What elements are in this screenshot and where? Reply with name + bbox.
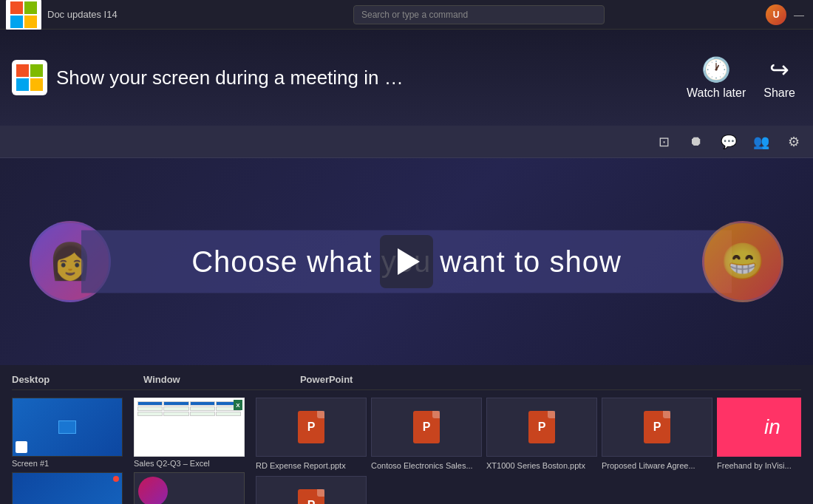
ppt-contoso-card[interactable]: P Contoso Electronics Sales... bbox=[371, 398, 482, 470]
user-avatar[interactable]: U bbox=[766, 4, 786, 25]
ppt-contoso-icon: P bbox=[413, 411, 440, 443]
category-window[interactable]: Window bbox=[143, 374, 183, 388]
ppt-contoso-label: Contoso Electronics Sales... bbox=[371, 461, 482, 470]
watch-later-label: Watch later bbox=[687, 86, 746, 100]
categories-row: Desktop Window PowerPoint bbox=[12, 374, 801, 390]
screen1-label: Screen #1 bbox=[12, 459, 123, 468]
invision-thumbnail: in bbox=[717, 398, 801, 457]
ppt-rd-expense-card[interactable]: P RD Expense Report.pptx bbox=[256, 398, 367, 470]
ms-logo-large bbox=[12, 60, 47, 95]
powerpoint-column: P RD Expense Report.pptx P Contoso Elect… bbox=[256, 398, 801, 504]
csat-meeting-card[interactable]: T P CSAT Doc updates (Meeti... bbox=[134, 472, 248, 504]
excel-card[interactable]: X Sales Q2-Q3 – Excel bbox=[134, 398, 248, 468]
top-bar-title: Doc updates I14 bbox=[47, 9, 118, 20]
category-powerpoint[interactable]: PowerPoint bbox=[300, 374, 356, 388]
clock-icon: 🕐 bbox=[701, 55, 731, 84]
meeting-thumbnail: T P bbox=[134, 472, 245, 504]
ppt-litware-icon: P bbox=[644, 411, 670, 443]
category-desktop[interactable]: Desktop bbox=[12, 374, 52, 388]
face-right-icon: 😁 bbox=[721, 241, 765, 282]
ppt-row2: P November-December Ad... bbox=[256, 476, 801, 504]
desktop-screen2-card[interactable]: ↗ Screen #2 bbox=[12, 472, 126, 504]
ppt-novdec-card[interactable]: P November-December Ad... bbox=[256, 476, 367, 504]
chat-icon[interactable]: 💬 bbox=[718, 132, 739, 152]
excel-thumbnail: X bbox=[134, 398, 245, 457]
share-label: Share bbox=[763, 86, 795, 100]
participants-icon[interactable]: 👥 bbox=[751, 132, 772, 152]
play-button[interactable] bbox=[380, 235, 433, 288]
ppt-litware-card[interactable]: P Proposed Litware Agree... bbox=[602, 398, 712, 470]
red-dot-icon bbox=[113, 476, 119, 482]
ppt-litware-label: Proposed Litware Agree... bbox=[602, 461, 712, 470]
invision-label: Freehand by InVisi... bbox=[717, 461, 801, 470]
ppt-xt1000-label: XT1000 Series Boston.pptx bbox=[486, 461, 597, 470]
ppt-invision-card[interactable]: in Freehand by InVisi... bbox=[717, 398, 801, 470]
desktop-screen1-card[interactable]: ↗ Screen #1 bbox=[12, 398, 126, 468]
more-icon[interactable]: ⚙ bbox=[783, 132, 804, 152]
top-bar-left: Doc updates I14 bbox=[0, 0, 192, 33]
ppt-rd-icon: P bbox=[298, 411, 324, 443]
record-icon[interactable]: ⏺ bbox=[686, 132, 707, 152]
share-button[interactable]: ↪ Share bbox=[763, 55, 795, 100]
ppt-xt1000-card[interactable]: P XT1000 Series Boston.pptx bbox=[486, 398, 597, 470]
ppt-grid: P RD Expense Report.pptx P Contoso Elect… bbox=[256, 398, 801, 470]
excel-label: Sales Q2-Q3 – Excel bbox=[134, 459, 245, 468]
window-column: X Sales Q2-Q3 – Excel T P CSAT Doc updat… bbox=[134, 398, 248, 504]
main-grid: ↗ Screen #1 ↗ Screen #2 bbox=[12, 398, 801, 504]
search-area[interactable]: Search or type a command bbox=[192, 5, 766, 24]
watch-later-button[interactable]: 🕐 Watch later bbox=[687, 55, 746, 100]
search-placeholder: Search or type a command bbox=[361, 10, 468, 20]
video-actions: 🕐 Watch later ↪ Share bbox=[687, 55, 795, 100]
minimize-button[interactable]: — bbox=[791, 9, 807, 21]
top-bar: Doc updates I14 Search or type a command… bbox=[0, 0, 813, 30]
video-header: Show your screen during a meeting in … 🕐… bbox=[0, 55, 813, 100]
video-title: Show your screen during a meeting in … bbox=[56, 67, 678, 89]
screen-share-icon[interactable]: ⊡ bbox=[653, 132, 674, 152]
ppt-rd-expense-thumb: P bbox=[256, 398, 367, 457]
ppt-xt1000-icon: P bbox=[528, 411, 555, 443]
thumbnail-bg: 👩 Choose what you want to show 😁 bbox=[0, 158, 813, 365]
ppt-litware-thumb: P bbox=[602, 398, 712, 457]
teams-toolbar: ⊡ ⏺ 💬 👥 ⚙ bbox=[0, 126, 813, 158]
video-area: Show your screen during a meeting in … 🕐… bbox=[0, 30, 813, 126]
screen1-icon: ↗ bbox=[16, 441, 27, 453]
video-thumbnail: 👩 Choose what you want to show 😁 bbox=[0, 158, 813, 365]
top-bar-right: U — bbox=[766, 4, 813, 25]
screen2-thumbnail: ↗ bbox=[12, 472, 123, 504]
ppt-novdec-thumb: P bbox=[256, 476, 367, 504]
windows-logo bbox=[6, 0, 41, 33]
search-box[interactable]: Search or type a command bbox=[353, 5, 605, 24]
play-triangle-icon bbox=[398, 248, 420, 275]
screen1-thumbnail: ↗ bbox=[12, 398, 123, 457]
share-icon: ↪ bbox=[769, 55, 789, 84]
ppt-xt1000-thumb: P bbox=[486, 398, 597, 457]
ppt-novdec-icon: P bbox=[298, 489, 324, 504]
ppt-contoso-thumb: P bbox=[371, 398, 482, 457]
ppt-rd-label: RD Expense Report.pptx bbox=[256, 461, 367, 470]
content-area: Desktop Window PowerPoint bbox=[0, 365, 813, 504]
excel-icon: X bbox=[234, 400, 242, 410]
person-right: 😁 bbox=[702, 221, 783, 302]
desktop-column: ↗ Screen #1 ↗ Screen #2 bbox=[12, 398, 126, 504]
meeting-face-icon bbox=[138, 477, 168, 504]
